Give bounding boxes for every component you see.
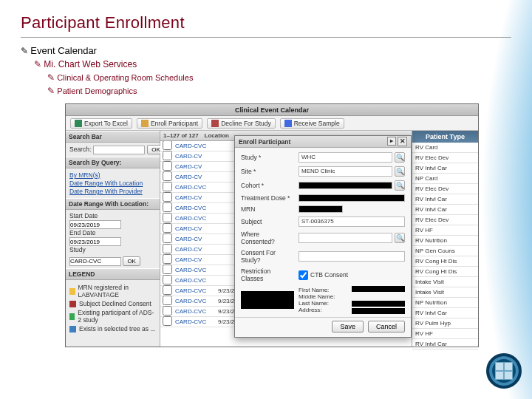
- row-checkbox[interactable]: [163, 265, 172, 274]
- row-checkbox[interactable]: [163, 223, 172, 233]
- modal-consent-field[interactable]: [299, 251, 405, 262]
- lookup-icon[interactable]: 🔍: [395, 180, 405, 191]
- redacted-last: [352, 301, 405, 307]
- row-checkbox[interactable]: [163, 182, 172, 191]
- row-checkbox[interactable]: [163, 213, 172, 222]
- row-location: CARD-CVC: [174, 277, 218, 284]
- row-checkbox[interactable]: [163, 141, 172, 150]
- modal-cohort-label: Cohort *: [241, 182, 294, 189]
- row-location: CARD-CVC: [174, 205, 218, 211]
- study-input[interactable]: [69, 257, 121, 266]
- legend-header: LEGEND: [66, 268, 160, 280]
- first-name-label: First Name:: [299, 287, 347, 293]
- patient-type-row: RV Cong Ht Dis: [412, 256, 478, 267]
- row-checkbox[interactable]: [163, 285, 172, 295]
- legend-row-2: Subject Declined Consent: [69, 300, 156, 307]
- start-date-label: Start Date: [69, 212, 156, 219]
- modal-cancel-button[interactable]: Cancel: [368, 321, 405, 332]
- modal-where-label: Where Consented?: [241, 231, 294, 245]
- decline-icon: [211, 120, 219, 127]
- end-date-input[interactable]: [69, 237, 121, 246]
- query-date-provider-link[interactable]: Date Range With Provider: [69, 188, 156, 195]
- bullet-schedules: Clinical & Operating Room Schedules: [47, 72, 511, 83]
- bullet-michart: Mi. Chart Web Services: [34, 59, 511, 69]
- range-ok-button[interactable]: OK: [123, 256, 140, 266]
- modal-study-field[interactable]: WHC: [299, 152, 392, 163]
- study-label: Study: [69, 246, 156, 253]
- modal-ctb-checkbox[interactable]: CTB Consent: [299, 270, 405, 280]
- export-excel-button[interactable]: Export To Excel: [70, 118, 132, 129]
- legend-icon-existing: [69, 313, 75, 320]
- row-checkbox[interactable]: [163, 171, 172, 181]
- row-location: CARD-CV: [174, 174, 218, 180]
- modal-restriction-label: Restriction Classes: [241, 267, 294, 282]
- enroll-participant-button[interactable]: Enroll Participant: [137, 118, 202, 129]
- legend-icon-exists-tree: [69, 326, 76, 332]
- row-checkbox[interactable]: [163, 151, 172, 160]
- lookup-icon[interactable]: 🔍: [395, 233, 405, 243]
- redacted-addr: [352, 308, 405, 314]
- patient-type-row: RV Intvl Car: [412, 339, 478, 349]
- patient-type-row: RV Pulm Hyp: [412, 318, 478, 329]
- badge-icon: [495, 362, 513, 380]
- query-by-mrn-link[interactable]: By MRN(s): [69, 171, 156, 179]
- modal-collapse-icon[interactable]: ▸: [387, 137, 396, 146]
- row-checkbox[interactable]: [163, 202, 172, 212]
- legend-row-3: Existing participant of ADS-2 study: [69, 309, 156, 324]
- row-checkbox[interactable]: [163, 244, 172, 253]
- row-checkbox[interactable]: [163, 192, 172, 202]
- modal-site-label: Site *: [241, 168, 294, 175]
- patient-type-row: NP Card: [412, 174, 478, 184]
- enroll-label: Enroll Participant: [151, 120, 198, 127]
- modal-save-button[interactable]: Save: [332, 321, 364, 332]
- start-date-input[interactable]: [69, 220, 121, 229]
- patient-type-row: RV Nutrition: [412, 236, 478, 246]
- decline-study-button[interactable]: Decline For Study: [207, 118, 276, 129]
- row-checkbox[interactable]: [163, 306, 172, 316]
- row-checkbox[interactable]: [163, 161, 172, 171]
- app-titlebar: Clinical Event Calendar: [66, 104, 478, 116]
- query-date-location-link[interactable]: Date Range With Location: [69, 180, 156, 187]
- modal-mrn-label: MRN: [241, 205, 294, 213]
- patient-type-row: RV Elec Dev: [412, 153, 478, 163]
- row-checkbox[interactable]: [163, 254, 172, 264]
- modal-subject-field[interactable]: ST-0036375: [299, 216, 405, 227]
- row-location: CARD-CVC: [174, 308, 218, 315]
- row-checkbox[interactable]: [163, 316, 172, 326]
- modal-where-field[interactable]: [299, 233, 392, 243]
- search-bar-header: Search Bar: [66, 131, 160, 143]
- patient-type-row: RV HF: [412, 329, 478, 339]
- modal-mrn-field[interactable]: [299, 205, 343, 213]
- grid-col-location: Location: [205, 132, 229, 139]
- bullet-demographics: Patient Demographics: [47, 86, 511, 96]
- legend-icon-registered: [69, 288, 75, 295]
- row-location: CARD-CV: [174, 256, 218, 263]
- row-location: CARD-CV: [174, 236, 218, 242]
- redacted-first: [352, 286, 405, 292]
- end-date-label: End Date: [69, 229, 156, 236]
- app-toolbar: Export To Excel Enroll Participant Decli…: [66, 116, 478, 131]
- date-range-header: Date Range With Location:: [66, 198, 160, 210]
- row-location: CARD-CV: [174, 225, 218, 232]
- patient-type-row: RV Elec Dev: [412, 215, 478, 225]
- modal-dose-label: Treatment Dose *: [241, 194, 294, 202]
- last-name-label: Last Name:: [299, 300, 347, 307]
- app-screenshot: Clinical Event Calendar Export To Excel …: [65, 103, 479, 347]
- modal-close-icon[interactable]: ✕: [398, 137, 407, 146]
- modal-cohort-field[interactable]: [299, 182, 392, 189]
- row-checkbox[interactable]: [163, 275, 172, 284]
- modal-dose-field[interactable]: [299, 194, 405, 202]
- row-location: CARD-CV: [174, 246, 218, 253]
- receive-sample-button[interactable]: Receive Sample: [280, 118, 344, 129]
- row-checkbox[interactable]: [163, 233, 172, 243]
- row-location: CARD-CVC: [174, 143, 218, 149]
- corner-badge: [486, 353, 522, 389]
- lookup-icon[interactable]: 🔍: [395, 166, 405, 177]
- search-input[interactable]: [93, 146, 145, 154]
- patient-type-pane: Patient Type RV CardRV Elec DevRV Intvl …: [412, 131, 478, 347]
- modal-site-field[interactable]: MEND Clinic: [299, 166, 392, 177]
- row-checkbox[interactable]: [163, 296, 172, 305]
- enroll-modal: Enroll Participant ▸ ✕ Study * WHC🔍 Site…: [234, 135, 412, 338]
- lookup-icon[interactable]: 🔍: [395, 152, 405, 163]
- row-location: CARD-CVC: [174, 298, 218, 304]
